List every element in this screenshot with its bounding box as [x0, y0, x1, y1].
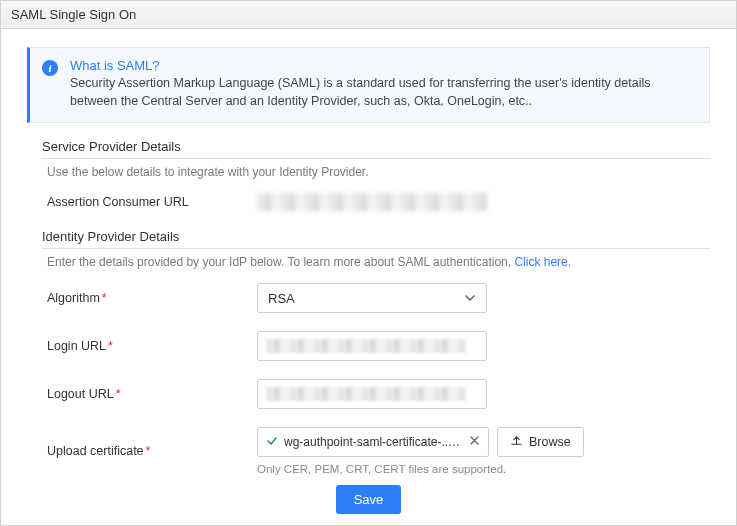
logout-url-value [266, 387, 466, 401]
file-types-hint: Only CER, PEM, CRT, CERT files are suppo… [257, 463, 710, 475]
logout-url-input[interactable] [257, 379, 487, 409]
uploaded-file-name: wg-authpoint-saml-certificate-....cer [284, 435, 463, 449]
required-indicator: * [102, 291, 107, 305]
assertion-url-row: Assertion Consumer URL [47, 193, 710, 211]
info-heading: What is SAML? [70, 58, 695, 73]
sp-hint: Use the below details to integrate with … [47, 165, 710, 179]
idp-hint-suffix: . [568, 255, 571, 269]
required-indicator: * [116, 387, 121, 401]
browse-button[interactable]: Browse [497, 427, 584, 457]
assertion-url-label: Assertion Consumer URL [47, 195, 257, 209]
uploaded-file-chip: wg-authpoint-saml-certificate-....cer [257, 427, 489, 457]
learn-more-link[interactable]: Click here [514, 255, 567, 269]
service-provider-section: Service Provider Details Use the below d… [27, 139, 710, 211]
login-url-label: Login URL* [47, 339, 257, 353]
idp-hint-prefix: Enter the details provided by your IdP b… [47, 255, 514, 269]
assertion-url-value [257, 193, 487, 211]
required-indicator: * [146, 444, 151, 458]
logout-url-row: Logout URL* [47, 379, 710, 409]
check-icon [266, 435, 278, 450]
algorithm-row: Algorithm* RSA [47, 283, 710, 313]
sp-header: Service Provider Details [42, 139, 710, 159]
upload-icon [510, 434, 523, 450]
clear-file-icon[interactable] [469, 435, 480, 449]
idp-hint: Enter the details provided by your IdP b… [47, 255, 710, 269]
algorithm-label: Algorithm* [47, 291, 257, 305]
login-url-input[interactable] [257, 331, 487, 361]
upload-cert-row: Upload certificate* wg-authpoint-saml-ce… [47, 427, 710, 475]
saml-sso-window: SAML Single Sign On i What is SAML? Secu… [0, 0, 737, 526]
idp-header: Identity Provider Details [42, 229, 710, 249]
info-icon: i [42, 60, 58, 76]
window-title: SAML Single Sign On [1, 1, 736, 29]
required-indicator: * [108, 339, 113, 353]
algorithm-select[interactable]: RSA [257, 283, 487, 313]
upload-cert-label: Upload certificate* [47, 444, 257, 458]
login-url-value [266, 339, 466, 353]
logout-url-label: Logout URL* [47, 387, 257, 401]
login-url-row: Login URL* [47, 331, 710, 361]
info-body: Security Assertion Markup Language (SAML… [70, 75, 695, 110]
algorithm-selected-value: RSA [268, 291, 295, 306]
content-area: i What is SAML? Security Assertion Marku… [1, 29, 736, 524]
save-button[interactable]: Save [336, 485, 402, 514]
identity-provider-section: Identity Provider Details Enter the deta… [27, 229, 710, 475]
info-banner: i What is SAML? Security Assertion Marku… [27, 47, 710, 123]
chevron-down-icon [464, 292, 476, 304]
browse-label: Browse [529, 435, 571, 449]
